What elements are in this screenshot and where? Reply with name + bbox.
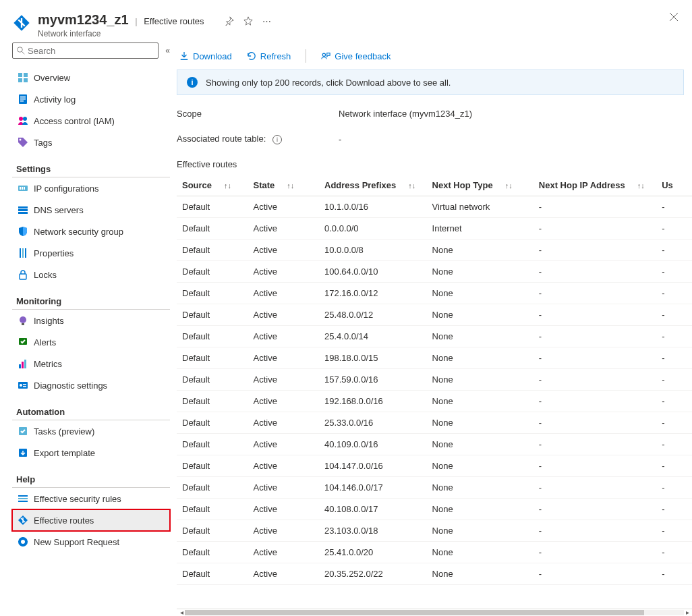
column-header[interactable]: State↑↓ bbox=[248, 175, 320, 196]
table-row[interactable]: Default Active 25.33.0.0/16 None - - bbox=[177, 412, 692, 434]
blade-header: myvm1234_z1 | Effective routes Network i… bbox=[0, 0, 692, 43]
table-row[interactable]: Default Active 40.109.0.0/16 None - - bbox=[177, 434, 692, 455]
cell-nht: None bbox=[427, 477, 534, 499]
cell-nhip: - bbox=[534, 369, 656, 391]
sidebar-item-secrules[interactable]: Effective security rules bbox=[12, 488, 170, 509]
favorite-icon[interactable] bbox=[243, 16, 253, 28]
cell-us: - bbox=[656, 520, 692, 542]
cell-source: Default bbox=[177, 196, 248, 218]
cell-nhip: - bbox=[534, 499, 656, 520]
table-row[interactable]: Default Active 104.146.0.0/17 None - - bbox=[177, 477, 692, 499]
sidebar-item-dns[interactable]: DNS servers bbox=[12, 199, 170, 221]
cell-prefix: 25.41.0.0/20 bbox=[319, 542, 427, 563]
svg-rect-22 bbox=[22, 248, 24, 258]
table-row[interactable]: Default Active 25.48.0.0/12 None - - bbox=[177, 304, 692, 326]
cell-us: - bbox=[656, 261, 692, 283]
scope-value: Network interface (myvm1234_z1) bbox=[339, 109, 472, 119]
svg-point-12 bbox=[23, 117, 27, 121]
cell-state: Active bbox=[248, 563, 320, 585]
sidebar-search[interactable] bbox=[12, 43, 158, 59]
sidebar-item-tags[interactable]: Tags bbox=[12, 132, 170, 153]
svg-point-11 bbox=[19, 117, 23, 121]
column-header[interactable]: Next Hop IP Address↑↓ bbox=[534, 175, 656, 196]
column-header[interactable]: Next Hop Type↑↓ bbox=[427, 175, 534, 196]
table-row[interactable]: Default Active 10.1.0.0/16 Virtual netwo… bbox=[177, 196, 692, 218]
sidebar-item-support[interactable]: New Support Request bbox=[12, 531, 170, 553]
svg-rect-38 bbox=[18, 495, 28, 497]
refresh-button[interactable]: Refresh bbox=[247, 51, 291, 61]
table-row[interactable]: Default Active 20.35.252.0/22 None - - bbox=[177, 563, 692, 585]
cell-state: Active bbox=[248, 240, 320, 261]
cell-us: - bbox=[656, 218, 692, 240]
scroll-right-icon[interactable]: ▸ bbox=[684, 609, 691, 615]
cell-prefix: 192.168.0.0/16 bbox=[319, 391, 427, 412]
cell-us: - bbox=[656, 412, 692, 434]
cell-nhip: - bbox=[534, 520, 656, 542]
sidebar-item-nsg[interactable]: Network security group bbox=[12, 221, 170, 242]
close-button[interactable] bbox=[669, 12, 679, 24]
sort-icon[interactable]: ↑↓ bbox=[408, 181, 415, 190]
column-header[interactable]: Source↑↓ bbox=[177, 175, 248, 196]
sidebar-item-alerts[interactable]: Alerts bbox=[12, 331, 170, 353]
column-header[interactable]: Address Prefixes↑↓ bbox=[319, 175, 427, 196]
sidebar-item-insights[interactable]: Insights bbox=[12, 310, 170, 331]
sort-icon[interactable]: ↑↓ bbox=[505, 181, 513, 190]
collapse-sidebar-icon[interactable]: « bbox=[165, 46, 170, 55]
cell-prefix: 100.64.0.0/10 bbox=[319, 261, 427, 283]
pin-icon[interactable] bbox=[225, 16, 234, 28]
table-row[interactable]: Default Active 104.147.0.0/16 None - - bbox=[177, 455, 692, 477]
table-scroll[interactable]: Source↑↓State↑↓Address Prefixes↑↓Next Ho… bbox=[177, 175, 692, 609]
sidebar-item-export[interactable]: Export template bbox=[12, 442, 170, 464]
svg-rect-15 bbox=[20, 187, 21, 190]
sort-icon[interactable]: ↑↓ bbox=[637, 181, 645, 190]
table-row[interactable]: Default Active 198.18.0.0/15 None - - bbox=[177, 347, 692, 369]
feedback-button[interactable]: Give feedback bbox=[321, 51, 391, 61]
download-button[interactable]: Download bbox=[179, 51, 232, 61]
sidebar-item-iam[interactable]: Access control (IAM) bbox=[12, 110, 170, 132]
cell-nht: None bbox=[427, 499, 534, 520]
cell-state: Active bbox=[248, 304, 320, 326]
table-row[interactable]: Default Active 25.41.0.0/20 None - - bbox=[177, 542, 692, 563]
cell-prefix: 104.147.0.0/16 bbox=[319, 455, 427, 477]
search-input[interactable] bbox=[28, 46, 154, 56]
cell-nht: None bbox=[427, 369, 534, 391]
table-row[interactable]: Default Active 172.16.0.0/12 None - - bbox=[177, 283, 692, 304]
scope-row: Scope Network interface (myvm1234_z1) bbox=[177, 109, 692, 119]
svg-rect-33 bbox=[23, 384, 26, 385]
more-icon[interactable]: ⋯ bbox=[262, 16, 271, 28]
refresh-icon bbox=[247, 51, 256, 61]
sidebar-item-ipconf[interactable]: IP configurations bbox=[12, 177, 170, 199]
cell-us: - bbox=[656, 283, 692, 304]
column-header[interactable]: Us bbox=[656, 175, 692, 196]
table-row[interactable]: Default Active 100.64.0.0/10 None - - bbox=[177, 261, 692, 283]
help-icon[interactable]: i bbox=[272, 135, 282, 144]
svg-point-42 bbox=[21, 540, 25, 544]
table-row[interactable]: Default Active 40.108.0.0/17 None - - bbox=[177, 499, 692, 520]
cell-nhip: - bbox=[534, 261, 656, 283]
sort-icon[interactable]: ↑↓ bbox=[287, 181, 294, 190]
sidebar-item-diag[interactable]: Diagnostic settings bbox=[12, 374, 170, 396]
horizontal-scrollbar[interactable]: ◂ ▸ bbox=[177, 609, 692, 615]
lock-icon bbox=[18, 269, 28, 280]
sort-icon[interactable]: ↑↓ bbox=[224, 181, 231, 190]
table-row[interactable]: Default Active 10.0.0.0/8 None - - bbox=[177, 240, 692, 261]
sidebar-item-props[interactable]: Properties bbox=[12, 242, 170, 264]
sidebar-item-activity[interactable]: Activity log bbox=[12, 88, 170, 110]
scroll-left-icon[interactable]: ◂ bbox=[178, 609, 185, 615]
table-row[interactable]: Default Active 0.0.0.0/0 Internet - - bbox=[177, 218, 692, 240]
table-row[interactable]: Default Active 192.168.0.0/16 None - - bbox=[177, 391, 692, 412]
sidebar-item-metrics[interactable]: Metrics bbox=[12, 353, 170, 374]
feedback-icon bbox=[321, 51, 330, 61]
sidebar-item-routes[interactable]: Effective routes bbox=[12, 509, 170, 531]
cell-state: Active bbox=[248, 455, 320, 477]
sidebar-item-tasks[interactable]: Tasks (preview) bbox=[12, 420, 170, 442]
svg-rect-21 bbox=[20, 248, 21, 258]
sidebar-item-locks[interactable]: Locks bbox=[12, 264, 170, 285]
feedback-label: Give feedback bbox=[335, 51, 391, 61]
table-row[interactable]: Default Active 157.59.0.0/16 None - - bbox=[177, 369, 692, 391]
table-row[interactable]: Default Active 25.4.0.0/14 None - - bbox=[177, 326, 692, 347]
sidebar-item-overview[interactable]: Overview bbox=[12, 67, 170, 88]
cell-source: Default bbox=[177, 218, 248, 240]
table-row[interactable]: Default Active 23.103.0.0/18 None - - bbox=[177, 520, 692, 542]
sidebar-group-automation: Automation bbox=[12, 400, 170, 420]
